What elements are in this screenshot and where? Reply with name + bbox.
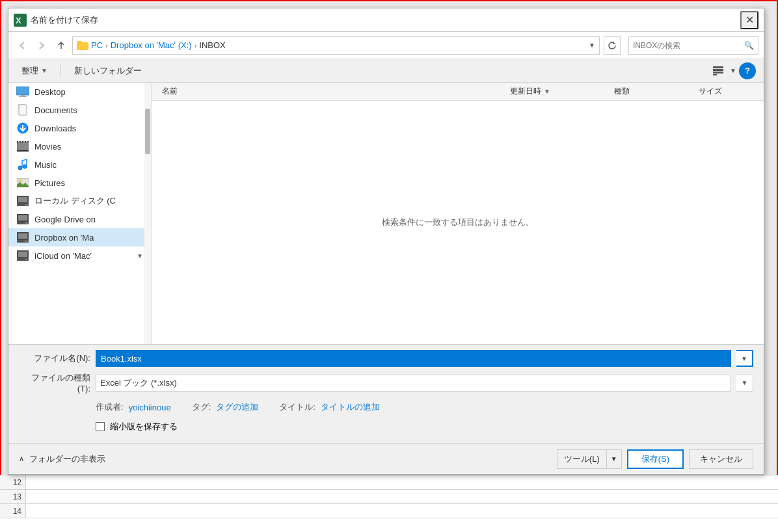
breadcrumb-pc[interactable]: PC	[91, 40, 103, 50]
column-header-size[interactable]: サイズ	[693, 83, 758, 100]
local-disk-label: ローカル ディスク (C	[34, 195, 116, 207]
organize-dropdown-arrow: ▼	[41, 67, 47, 74]
svg-rect-21	[26, 141, 27, 142]
filetype-dropdown[interactable]: Excel ブック (*.xlsx)	[96, 375, 731, 392]
svg-point-41	[25, 259, 27, 260]
back-button[interactable]	[14, 37, 31, 54]
svg-point-37	[25, 241, 27, 242]
file-area: 名前 更新日時 ▼ 種類 サイズ 検索条件に一致する項目はありません。	[152, 83, 764, 344]
column-header-type[interactable]: 種類	[609, 83, 693, 100]
tools-group: ツール(L) ▼	[557, 449, 622, 469]
sidebar-item-desktop[interactable]: Desktop	[8, 83, 151, 101]
filename-input[interactable]	[96, 350, 731, 367]
search-input[interactable]	[633, 41, 744, 50]
google-drive-label: Google Drive on	[34, 215, 96, 224]
column-header-date[interactable]: 更新日時 ▼	[505, 83, 609, 100]
new-folder-button[interactable]: 新しいフォルダー	[69, 62, 147, 79]
row-number-13: 13	[0, 490, 26, 503]
sidebar-item-google-drive[interactable]: Google Drive on	[8, 210, 151, 228]
form-section: ファイル名(N): ▼ ファイルの種類(T): Excel ブック (*.xls…	[8, 344, 764, 443]
breadcrumb-sep-1: ›	[105, 42, 108, 49]
tools-label: ツール(L)	[564, 453, 600, 465]
svg-rect-32	[17, 222, 29, 224]
tools-dropdown-button[interactable]: ▼	[607, 449, 622, 469]
chevron-up-icon: ∧	[19, 455, 24, 463]
cancel-label: キャンセル	[700, 453, 742, 465]
cancel-button[interactable]: キャンセル	[689, 449, 753, 469]
title-section: タイトル: タイトルの追加	[279, 401, 380, 413]
breadcrumb-sep-2: ›	[194, 42, 197, 49]
sidebar-item-dropbox[interactable]: Dropbox on 'Ma	[8, 228, 151, 246]
pictures-icon	[16, 178, 29, 188]
excel-row-12: 12	[0, 475, 778, 490]
author-label: 作成者:	[96, 401, 124, 413]
red-border-top	[0, 0, 778, 1]
pictures-label: Pictures	[34, 178, 65, 188]
refresh-button[interactable]	[604, 36, 621, 55]
tags-value[interactable]: タグの追加	[216, 401, 258, 413]
thumbnail-checkbox[interactable]	[96, 422, 105, 431]
svg-rect-2	[713, 66, 723, 68]
sidebar-item-icloud[interactable]: iCloud on 'Mac' ▼	[8, 246, 151, 265]
sidebar-item-music[interactable]: Music	[8, 155, 151, 174]
view-list-icon	[713, 66, 723, 75]
filename-label: ファイル名(N):	[19, 352, 90, 364]
dialog-titlebar: X 名前を付けて保存 ✕	[8, 8, 764, 32]
desktop-label: Desktop	[34, 87, 66, 97]
sidebar-item-local-disk[interactable]: ローカル ディスク (C	[8, 192, 151, 210]
sidebar-item-downloads[interactable]: Downloads	[8, 119, 151, 137]
breadcrumb-bar[interactable]: PC › Dropbox on 'Mac' (X:) › INBOX ▼	[72, 36, 600, 55]
sidebar-item-movies[interactable]: Movies	[8, 137, 151, 155]
col-type-label: 種類	[614, 86, 630, 97]
svg-rect-31	[18, 215, 27, 220]
title-meta-label: タイトル:	[279, 401, 315, 413]
svg-point-22	[18, 166, 22, 170]
hide-folder-button[interactable]: ∧ フォルダーの非表示	[19, 453, 105, 465]
tags-section: タグ: タグの追加	[192, 401, 259, 413]
breadcrumb-dropdown-button[interactable]: ▼	[589, 42, 595, 49]
svg-rect-7	[21, 95, 25, 96]
dropbox-label: Dropbox on 'Ma	[34, 233, 94, 243]
filetype-dropdown-button[interactable]: ▼	[736, 375, 753, 392]
organize-button[interactable]: 整理 ▼	[16, 62, 53, 79]
forward-button[interactable]	[33, 37, 50, 54]
sidebar-scrollbar[interactable]	[144, 83, 151, 344]
svg-point-33	[25, 222, 27, 224]
svg-rect-36	[17, 240, 29, 243]
filename-row: ファイル名(N): ▼	[19, 350, 753, 367]
sidebar-scroll-thumb	[145, 109, 150, 154]
tools-button[interactable]: ツール(L)	[557, 449, 607, 469]
excel-row-14: 14	[0, 504, 778, 518]
up-button[interactable]	[53, 37, 70, 54]
breadcrumb-inbox: INBOX	[199, 40, 225, 50]
breadcrumb-dropbox[interactable]: Dropbox on 'Mac' (X:)	[111, 40, 192, 50]
sidebar-item-documents[interactable]: Documents	[8, 101, 151, 119]
row-number-12: 12	[0, 475, 26, 489]
col-name-label: 名前	[162, 86, 178, 97]
music-label: Music	[34, 160, 57, 170]
save-button[interactable]: 保存(S)	[627, 449, 684, 469]
downloads-icon	[16, 123, 29, 133]
metadata-row: 作成者: yoichiinoue タグ: タグの追加 タイトル: タイトルの追加	[19, 399, 753, 416]
filetype-label: ファイルの種類(T):	[19, 372, 90, 393]
view-toggle-button[interactable]	[709, 62, 727, 80]
title-value[interactable]: タイトルの追加	[321, 401, 380, 413]
help-button[interactable]: ?	[739, 62, 756, 79]
svg-rect-40	[17, 258, 29, 261]
col-date-label: 更新日時	[510, 86, 541, 97]
column-header-name[interactable]: 名前	[157, 83, 505, 100]
dialog-footer: ∧ フォルダーの非表示 ツール(L) ▼ 保存(S) キャンセル	[8, 443, 764, 474]
documents-icon	[16, 105, 29, 115]
navigation-bar: PC › Dropbox on 'Mac' (X:) › INBOX ▼ 🔍	[8, 32, 764, 59]
sidebar-item-pictures[interactable]: Pictures	[8, 174, 151, 192]
author-value[interactable]: yoichiinoue	[129, 403, 171, 412]
filename-dropdown-button[interactable]: ▼	[736, 350, 753, 367]
icloud-icon	[16, 250, 29, 261]
close-button[interactable]: ✕	[740, 11, 758, 29]
svg-rect-17	[17, 150, 29, 152]
empty-state: 検索条件に一致する項目はありません。	[152, 101, 764, 344]
svg-rect-28	[17, 204, 29, 206]
save-label: 保存(S)	[641, 453, 669, 465]
toolbar: 整理 ▼ 新しいフォルダー ▼ ?	[8, 59, 764, 83]
sort-arrow-icon: ▼	[544, 88, 550, 95]
